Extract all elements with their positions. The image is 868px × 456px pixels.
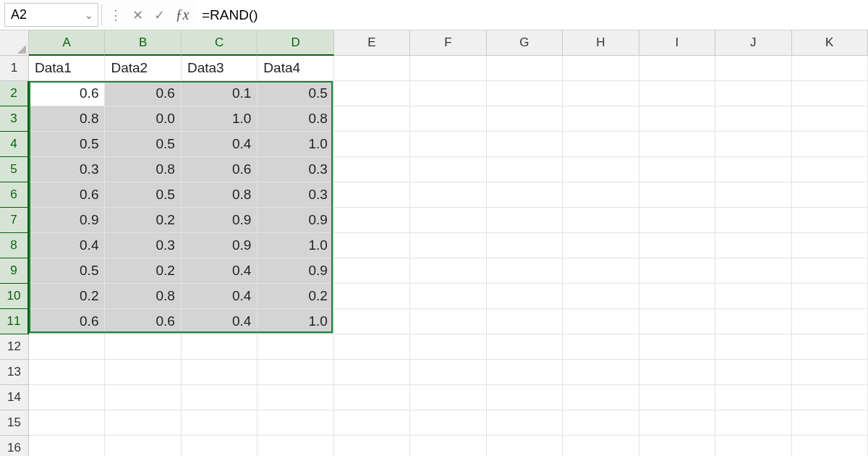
cell[interactable]: 0.4 (182, 309, 258, 334)
name-box-input[interactable] (9, 7, 82, 23)
cell[interactable] (715, 258, 791, 284)
cell[interactable] (410, 106, 486, 132)
cell[interactable]: 1.0 (258, 132, 333, 157)
cell[interactable]: 0.4 (182, 258, 258, 284)
cell[interactable] (639, 182, 715, 208)
cell[interactable] (487, 56, 563, 81)
cell[interactable]: 0.5 (105, 182, 181, 208)
cell[interactable]: 0.3 (29, 157, 105, 182)
cell[interactable] (639, 436, 715, 456)
cell[interactable] (639, 56, 715, 81)
cell[interactable] (639, 258, 715, 284)
cell[interactable] (334, 309, 410, 334)
cell[interactable] (487, 132, 563, 157)
cell[interactable] (563, 233, 639, 258)
cell[interactable] (334, 81, 410, 106)
cell[interactable] (563, 436, 639, 456)
cell[interactable] (487, 208, 563, 233)
column-header[interactable]: I (639, 30, 715, 56)
row-header[interactable]: 16 (0, 436, 29, 456)
cell[interactable] (639, 106, 715, 132)
cell[interactable]: 0.8 (105, 157, 181, 182)
cell[interactable]: 1.0 (182, 106, 258, 132)
cell[interactable]: 0.8 (29, 106, 105, 132)
cell[interactable] (410, 208, 486, 233)
cell[interactable] (563, 81, 639, 106)
cell[interactable] (715, 284, 791, 309)
column-header[interactable]: E (334, 30, 410, 56)
cell[interactable] (487, 436, 563, 456)
cell[interactable] (639, 233, 715, 258)
cell[interactable] (410, 309, 486, 334)
cell[interactable]: 0.6 (105, 81, 181, 106)
cell[interactable]: 0.9 (258, 208, 333, 233)
cell[interactable] (715, 132, 791, 157)
row-header[interactable]: 4 (0, 132, 29, 157)
cell[interactable] (563, 309, 639, 334)
cell[interactable] (258, 410, 333, 436)
cell[interactable]: Data1 (29, 56, 105, 81)
cell[interactable] (639, 385, 715, 410)
cell[interactable] (105, 410, 181, 436)
cell[interactable] (487, 309, 563, 334)
cell[interactable]: 0.9 (182, 233, 258, 258)
cell[interactable] (792, 410, 868, 436)
cell[interactable] (792, 309, 868, 334)
cell[interactable]: 0.6 (182, 157, 258, 182)
cell[interactable] (29, 334, 105, 360)
cell[interactable] (792, 182, 868, 208)
cell[interactable] (334, 436, 410, 456)
column-header[interactable]: B (105, 30, 181, 56)
cell[interactable] (105, 385, 181, 410)
cell[interactable] (563, 334, 639, 360)
row-header[interactable]: 10 (0, 284, 29, 309)
cell[interactable] (29, 385, 105, 410)
row-header[interactable]: 5 (0, 157, 29, 182)
column-header[interactable]: H (563, 30, 639, 56)
cell[interactable] (792, 157, 868, 182)
cell[interactable]: 0.5 (258, 81, 333, 106)
cell[interactable] (182, 334, 258, 360)
cell[interactable] (715, 309, 791, 334)
cell[interactable] (715, 233, 791, 258)
formula-input[interactable] (195, 0, 868, 30)
cell[interactable] (334, 182, 410, 208)
row-header[interactable]: 7 (0, 208, 29, 233)
cell[interactable]: 0.6 (29, 309, 105, 334)
cell[interactable] (792, 284, 868, 309)
cell[interactable]: Data3 (182, 56, 258, 81)
cell[interactable] (182, 360, 258, 385)
cell[interactable] (792, 436, 868, 456)
cell[interactable] (29, 410, 105, 436)
cell[interactable] (258, 385, 333, 410)
cell[interactable] (639, 81, 715, 106)
cell[interactable] (410, 56, 486, 81)
cell[interactable] (563, 385, 639, 410)
row-header[interactable]: 3 (0, 106, 29, 132)
cell[interactable] (334, 56, 410, 81)
cell[interactable] (792, 385, 868, 410)
cell[interactable] (563, 182, 639, 208)
cell[interactable] (792, 81, 868, 106)
cell[interactable] (334, 385, 410, 410)
cell[interactable]: 0.3 (105, 233, 181, 258)
row-header[interactable]: 6 (0, 182, 29, 208)
cell[interactable]: 0.5 (105, 132, 181, 157)
cell[interactable] (715, 56, 791, 81)
cell[interactable] (639, 157, 715, 182)
cell[interactable] (563, 284, 639, 309)
cell[interactable]: 0.6 (29, 182, 105, 208)
cell[interactable] (487, 410, 563, 436)
column-header[interactable]: J (715, 30, 791, 56)
cell[interactable]: 0.5 (29, 258, 105, 284)
cell[interactable] (639, 284, 715, 309)
cell[interactable] (563, 258, 639, 284)
cell[interactable] (334, 132, 410, 157)
cell[interactable] (563, 208, 639, 233)
cell[interactable] (105, 360, 181, 385)
cell[interactable] (792, 360, 868, 385)
cell[interactable] (258, 360, 333, 385)
cell[interactable] (715, 334, 791, 360)
cell[interactable]: Data2 (105, 56, 181, 81)
cell[interactable]: 0.3 (258, 182, 333, 208)
